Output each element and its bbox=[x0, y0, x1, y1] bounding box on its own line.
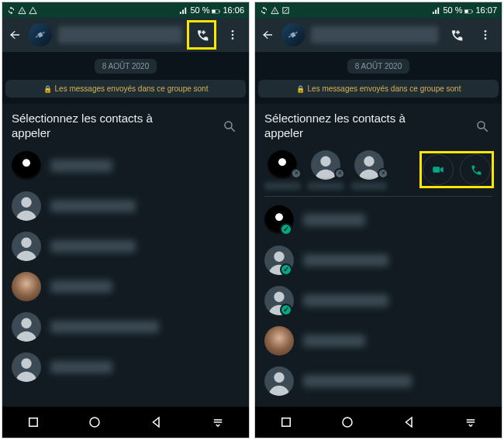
contact-name bbox=[303, 214, 365, 226]
search-button[interactable] bbox=[219, 116, 240, 136]
check-icon bbox=[280, 223, 292, 235]
app-bar bbox=[2, 18, 249, 52]
svg-line-31 bbox=[484, 128, 488, 132]
battery-icon bbox=[212, 6, 220, 15]
status-left: ! bbox=[7, 6, 37, 15]
selected-contacts-row: ✕ ✕ ✕ bbox=[255, 146, 502, 193]
contact-item[interactable] bbox=[255, 280, 502, 321]
contact-name bbox=[50, 200, 136, 212]
contact-name bbox=[303, 375, 412, 387]
encryption-text: Les messages envoyés dans ce groupe sont bbox=[55, 84, 209, 93]
add-call-button[interactable] bbox=[188, 22, 215, 48]
nav-recent[interactable] bbox=[278, 414, 295, 431]
group-avatar[interactable] bbox=[281, 23, 305, 46]
clock: 16:07 bbox=[475, 5, 497, 15]
nav-back[interactable] bbox=[401, 414, 418, 431]
svg-rect-25 bbox=[288, 36, 292, 38]
svg-line-11 bbox=[231, 128, 235, 132]
nav-home[interactable] bbox=[339, 414, 356, 431]
nav-drawer[interactable] bbox=[462, 414, 479, 431]
check-icon bbox=[280, 304, 292, 316]
encryption-banner: 🔒 Les messages envoyés dans ce groupe so… bbox=[5, 80, 246, 98]
battery-pct: 50 % bbox=[443, 5, 462, 15]
remove-icon[interactable]: ✕ bbox=[291, 168, 302, 179]
status-right: 50 % 16:06 bbox=[179, 5, 244, 15]
svg-point-10 bbox=[225, 122, 232, 129]
date-chip: 8 AOÛT 2020 bbox=[95, 59, 157, 74]
contact-item[interactable] bbox=[2, 347, 249, 387]
svg-rect-16 bbox=[29, 418, 38, 427]
contact-avatar bbox=[264, 366, 294, 396]
svg-point-29 bbox=[485, 37, 487, 40]
android-nav-bar bbox=[255, 407, 502, 438]
battery-icon bbox=[464, 6, 473, 15]
nav-drawer[interactable] bbox=[209, 414, 226, 431]
encryption-text: Les messages envoyés dans ce groupe sont bbox=[308, 84, 461, 93]
contact-item[interactable] bbox=[2, 146, 249, 186]
contact-item[interactable] bbox=[255, 321, 502, 361]
status-bar: ! 50 % 16:07 bbox=[255, 2, 502, 18]
svg-point-13 bbox=[21, 237, 31, 247]
search-button[interactable] bbox=[472, 116, 492, 136]
contact-item[interactable] bbox=[2, 186, 249, 226]
picker-header: Sélectionnez les contacts à appeler bbox=[2, 104, 249, 146]
remove-icon[interactable]: ✕ bbox=[378, 168, 388, 179]
contact-name bbox=[303, 335, 365, 347]
group-title[interactable] bbox=[58, 26, 182, 43]
contact-item[interactable] bbox=[2, 226, 249, 266]
selected-contact[interactable]: ✕ bbox=[264, 150, 300, 190]
svg-rect-5 bbox=[36, 36, 39, 38]
nav-back[interactable] bbox=[148, 414, 165, 431]
svg-point-27 bbox=[485, 30, 487, 33]
sync-icon bbox=[260, 6, 268, 15]
more-menu-button[interactable] bbox=[474, 23, 497, 46]
contact-item[interactable] bbox=[255, 200, 502, 240]
warning-icon-2 bbox=[281, 6, 290, 15]
svg-point-36 bbox=[274, 291, 284, 301]
screen-right: ! 50 % 16:07 8 AOÛT 2020 🔒 Les messages … bbox=[254, 2, 502, 438]
svg-point-33 bbox=[364, 156, 374, 166]
lock-icon: 🔒 bbox=[296, 85, 305, 93]
group-title[interactable] bbox=[311, 26, 438, 43]
contact-item[interactable] bbox=[255, 240, 502, 280]
chat-area: 8 AOÛT 2020 🔒 Les messages envoyés dans … bbox=[255, 52, 502, 104]
svg-rect-23 bbox=[472, 11, 473, 12]
nav-recent[interactable] bbox=[25, 414, 42, 431]
contact-name bbox=[303, 254, 388, 266]
status-right: 50 % 16:07 bbox=[432, 5, 497, 15]
contact-avatar bbox=[12, 151, 41, 180]
contact-name bbox=[50, 321, 159, 333]
contact-item[interactable] bbox=[2, 266, 249, 307]
contact-list bbox=[255, 200, 502, 407]
selected-contact[interactable]: ✕ bbox=[308, 150, 343, 190]
svg-point-12 bbox=[21, 197, 31, 207]
svg-point-39 bbox=[343, 418, 352, 427]
selected-name bbox=[264, 182, 300, 190]
selected-name bbox=[308, 182, 343, 190]
contact-item[interactable] bbox=[255, 361, 502, 401]
contact-name bbox=[50, 240, 136, 253]
back-button[interactable] bbox=[7, 28, 22, 42]
svg-point-17 bbox=[90, 418, 99, 427]
svg-point-37 bbox=[274, 372, 284, 382]
warning-icon: ! bbox=[271, 6, 279, 15]
picker-title: Sélectionnez les contacts à appeler bbox=[264, 112, 443, 141]
group-avatar[interactable] bbox=[29, 23, 52, 46]
add-call-button[interactable] bbox=[444, 23, 468, 46]
selected-contact[interactable]: ✕ bbox=[351, 150, 387, 190]
video-call-button[interactable] bbox=[423, 154, 454, 185]
battery-pct: 50 % bbox=[190, 5, 209, 15]
clock: 16:06 bbox=[223, 5, 244, 15]
back-button[interactable] bbox=[260, 28, 275, 42]
contact-list bbox=[2, 146, 249, 407]
more-menu-button[interactable] bbox=[221, 23, 244, 46]
svg-point-9 bbox=[232, 37, 234, 40]
selected-name bbox=[351, 182, 387, 190]
signal-icon bbox=[432, 6, 440, 15]
nav-home[interactable] bbox=[86, 414, 103, 431]
svg-point-35 bbox=[274, 251, 284, 261]
contact-item[interactable] bbox=[2, 307, 249, 347]
warning-icon: ! bbox=[18, 6, 26, 15]
voice-call-button[interactable] bbox=[460, 154, 491, 185]
remove-icon[interactable]: ✕ bbox=[334, 168, 345, 179]
